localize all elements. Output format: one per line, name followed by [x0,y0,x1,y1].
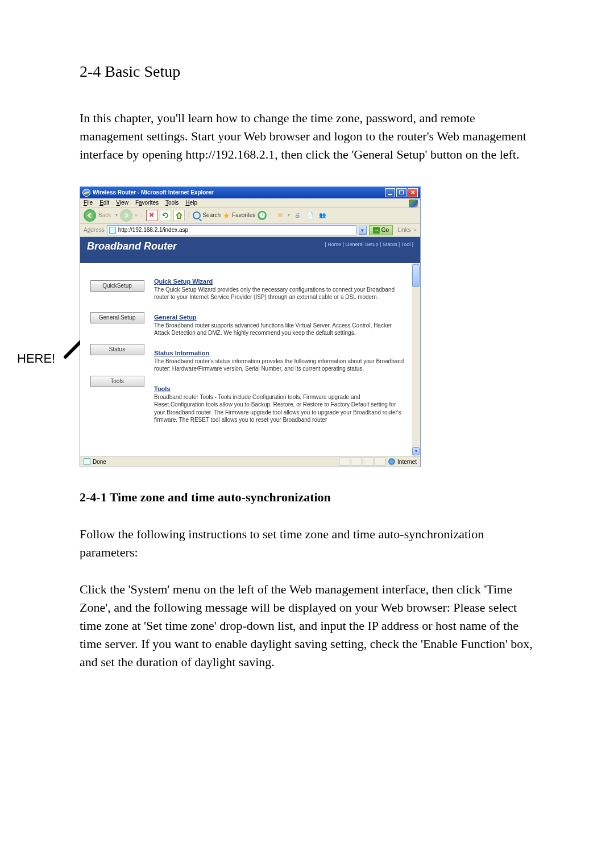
address-bar: Address http://192.168.2.1/index.asp ▾ →… [80,224,420,237]
back-label: Back [98,212,111,218]
menu-bar: File Edit View Favorites Tools Help [80,198,420,207]
sidebar-generalsetup-button[interactable]: General Setup [90,312,144,323]
mail-icon[interactable]: ✉ [275,210,285,221]
menu-edit[interactable]: Edit [99,200,109,206]
scrollbar-thumb[interactable] [412,264,420,287]
intro-paragraph: In this chapter, you'll learn how to cha… [80,109,534,164]
here-callout: HERE! [17,351,55,366]
go-button[interactable]: → Go [369,225,393,235]
home-button[interactable] [173,210,185,221]
section-status: Status Information The Broadband router'… [154,350,406,373]
scroll-down-button[interactable]: ▾ [412,447,420,455]
banner-nav-links[interactable]: | Home | General Setup | Status | Tool | [325,242,413,247]
sidebar-quicksetup-button[interactable]: QuickSetup [90,280,144,292]
menu-help[interactable]: Help [185,200,197,206]
subsection-title: 2-4-1 Time zone and time auto-synchroniz… [80,490,534,505]
refresh-button[interactable] [160,210,171,221]
content-area: ▾ QuickSetup General Setup Status Tools … [80,263,420,456]
menu-view[interactable]: View [116,200,128,206]
section-body-general: The Broadband router supports advanced f… [154,322,406,337]
ie-icon [82,189,90,197]
ie-window: Wireless Router - Microsoft Internet Exp… [80,186,421,467]
edit-icon[interactable]: 📄 [305,210,315,221]
sidebar-tools-button[interactable]: Tools [90,376,144,387]
status-zone: Internet [397,459,417,465]
address-label: Address [84,227,105,233]
minimize-button[interactable] [385,188,395,197]
go-arrow-icon: → [373,227,380,234]
section-title-quick[interactable]: Quick Setup Wizard [154,278,406,285]
titlebar[interactable]: Wireless Router - Microsoft Internet Exp… [80,187,420,198]
page-icon [109,227,116,234]
section-body-tools: Broadband router Tools - Tools include C… [154,393,406,424]
windows-flag-icon [409,200,418,207]
router-banner: Broadband Router | Home | General Setup … [80,237,420,263]
main-pane: Quick Setup Wizard The Quick Setup Wizar… [154,263,412,456]
maximize-button[interactable] [396,188,406,197]
url-text: http://192.168.2.1/index.asp [118,227,188,233]
body-paragraph-2: Follow the following instructions to set… [80,525,534,562]
menu-favorites[interactable]: Favorites [135,200,159,206]
section-title-general[interactable]: General Setup [154,314,406,321]
search-button[interactable]: Search [193,211,221,219]
back-button[interactable] [84,209,96,222]
favorites-button[interactable]: ★ Favorites [223,211,255,220]
section-quicksetup: Quick Setup Wizard The Quick Setup Wizar… [154,278,406,301]
print-icon[interactable]: 🖨 [292,210,302,221]
sidebar: QuickSetup General Setup Status Tools [80,263,154,456]
sidebar-status-button[interactable]: Status [90,344,144,355]
address-input[interactable]: http://192.168.2.1/index.asp [107,225,356,235]
close-button[interactable]: ✕ [408,188,418,197]
discuss-icon[interactable]: 👥 [317,210,327,221]
address-dropdown[interactable]: ▾ [359,226,367,235]
section-generalsetup: General Setup The Broadband router suppo… [154,314,406,337]
forward-button [120,209,132,222]
window-title: Wireless Router - Microsoft Internet Exp… [93,189,214,196]
section-title: 2-4 Basic Setup [80,63,534,81]
internet-zone-icon [388,458,395,465]
done-icon [84,458,90,465]
menu-file[interactable]: File [84,200,93,206]
status-done: Done [93,459,106,465]
media-icon[interactable]: 🕒 [258,211,267,220]
toolbar: Back ▾ ▾ | ✖ | Search ★ Favorites [80,207,420,224]
section-title-tools[interactable]: Tools [154,385,406,392]
status-cells [339,458,386,466]
section-tools: Tools Broadband router Tools - Tools inc… [154,385,406,424]
star-icon: ★ [223,211,230,220]
screenshot-figure: HERE! Wireless Router - Microsoft Intern… [17,186,534,467]
section-body-quick: The Quick Setup Wizard provides only the… [154,286,406,301]
section-body-status: The Broadband router's status informatio… [154,358,406,373]
section-title-status[interactable]: Status Information [154,350,406,356]
status-bar: Done Internet [80,456,420,467]
body-paragraph-3: Click the 'System' menu on the left of t… [80,580,534,671]
banner-title: Broadband Router [87,240,177,252]
menu-tools[interactable]: Tools [165,200,179,206]
links-label[interactable]: Links [397,227,410,233]
search-icon [193,211,201,219]
stop-button[interactable]: ✖ [146,210,157,221]
